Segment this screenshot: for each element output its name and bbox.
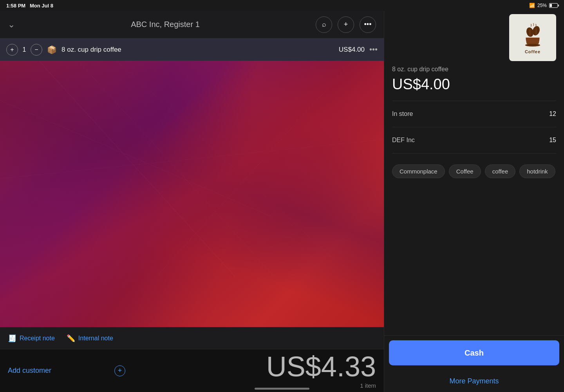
product-tag[interactable]: hotdrink — [519, 164, 555, 178]
header-left: ⌄ — [8, 20, 15, 30]
total-amount: US$4.33 — [266, 352, 376, 381]
divider-2 — [392, 127, 556, 127]
svg-line-5 — [0, 139, 384, 179]
cash-button[interactable]: Cash — [389, 340, 559, 365]
more-button[interactable]: ••• — [360, 16, 376, 33]
in-store-stock-row: In store 12 — [392, 106, 556, 122]
receipt-note-label: Receipt note — [20, 335, 55, 342]
receipt-icon: 🧾 — [8, 334, 16, 343]
battery-fill — [550, 4, 552, 7]
cart-item-bar: + 1 − 📦 8 oz. cup drip coffee US$4.00 ••… — [0, 38, 384, 61]
internal-note-label: Internal note — [78, 335, 113, 342]
product-tag[interactable]: coffee — [485, 164, 516, 178]
home-indicator — [255, 388, 309, 390]
status-time: 1:58 PM Mon Jul 8 — [6, 3, 53, 9]
geometric-overlay — [0, 61, 384, 276]
quantity-controls: + 1 − — [6, 44, 42, 56]
coffee-beans-svg — [519, 21, 546, 49]
product-image: Coffee — [509, 14, 556, 61]
search-icon: ⌕ — [322, 20, 326, 29]
main-canvas — [0, 61, 384, 327]
header-actions: ⌕ + ••• — [316, 16, 376, 33]
svg-line-2 — [0, 100, 274, 218]
time-display: 1:58 PM — [6, 3, 25, 9]
svg-line-1 — [78, 61, 274, 276]
register-title: ABC Inc, Register 1 — [15, 20, 316, 29]
item-count: 1 item — [360, 382, 376, 389]
notes-bar: 🧾 Receipt note ✏️ Internal note — [0, 327, 384, 349]
app-header: ⌄ ABC Inc, Register 1 ⌕ + ••• — [0, 11, 384, 38]
cart-item-more-icon[interactable]: ••• — [369, 45, 378, 54]
def-inc-count: 15 — [549, 137, 556, 144]
add-button[interactable]: + — [338, 16, 354, 33]
bottom-bar: Add customer + US$4.33 1 item — [0, 349, 384, 392]
date-display: Mon Jul 8 — [30, 3, 53, 9]
in-store-label: In store — [392, 110, 413, 117]
battery-icon — [549, 3, 558, 8]
coffee-logo-text: Coffee — [525, 49, 540, 54]
status-bar: 1:58 PM Mon Jul 8 📶 25% — [0, 0, 564, 11]
add-customer-label: Add customer — [8, 367, 51, 375]
product-detail-panel: Coffee 8 oz. cup drip coffee US$4.00 In … — [384, 11, 564, 335]
svg-point-8 — [525, 44, 540, 47]
battery-percent: 25% — [537, 3, 547, 8]
product-tag[interactable]: Commonplace — [392, 164, 445, 178]
quantity-increment-button[interactable]: + — [6, 44, 18, 56]
divider-3 — [392, 153, 556, 154]
add-customer-button[interactable]: Add customer + — [8, 365, 125, 376]
total-section: US$4.33 1 item — [133, 352, 384, 389]
search-button[interactable]: ⌕ — [316, 16, 332, 33]
status-right: 📶 25% — [529, 3, 558, 8]
in-store-count: 12 — [549, 110, 556, 117]
payment-section: Cash More Payments — [384, 335, 564, 392]
quantity-decrement-button[interactable]: − — [31, 44, 42, 56]
wifi-icon: 📶 — [529, 3, 535, 8]
right-panel-inner: Coffee 8 oz. cup drip coffee US$4.00 In … — [384, 11, 564, 392]
ellipsis-icon: ••• — [364, 20, 372, 29]
product-detail-price: US$4.00 — [392, 76, 556, 93]
def-inc-stock-row: DEF Inc 15 — [392, 132, 556, 148]
product-detail-name: 8 oz. cup drip coffee — [392, 66, 556, 73]
svg-line-3 — [118, 61, 352, 276]
quantity-value: 1 — [21, 46, 27, 53]
plus-icon: + — [344, 20, 348, 29]
cart-item-name: 8 oz. cup drip coffee — [61, 46, 334, 54]
tags-section: CommonplaceCoffeecoffeehotdrink — [392, 158, 556, 184]
product-image-container: Coffee — [392, 11, 556, 61]
edit-icon: ✏️ — [67, 334, 75, 343]
left-panel: ⌄ ABC Inc, Register 1 ⌕ + ••• + 1 − — [0, 11, 384, 392]
product-tag[interactable]: Coffee — [449, 164, 481, 178]
coffee-logo: Coffee — [519, 21, 546, 54]
cart-item-price: US$4.00 — [339, 46, 365, 54]
receipt-note-button[interactable]: 🧾 Receipt note — [8, 334, 55, 343]
add-customer-plus-icon: + — [114, 365, 125, 376]
def-inc-label: DEF Inc — [392, 137, 415, 144]
svg-line-4 — [157, 61, 352, 276]
right-panel: Coffee 8 oz. cup drip coffee US$4.00 In … — [384, 11, 564, 392]
divider-1 — [392, 101, 556, 101]
add-customer-section: Add customer + — [0, 365, 133, 376]
chevron-down-icon[interactable]: ⌄ — [8, 20, 15, 30]
main-layout: ⌄ ABC Inc, Register 1 ⌕ + ••• + 1 − — [0, 11, 564, 392]
more-payments-button[interactable]: More Payments — [389, 370, 559, 392]
product-box-icon: 📦 — [47, 45, 57, 54]
internal-note-button[interactable]: ✏️ Internal note — [67, 334, 113, 343]
